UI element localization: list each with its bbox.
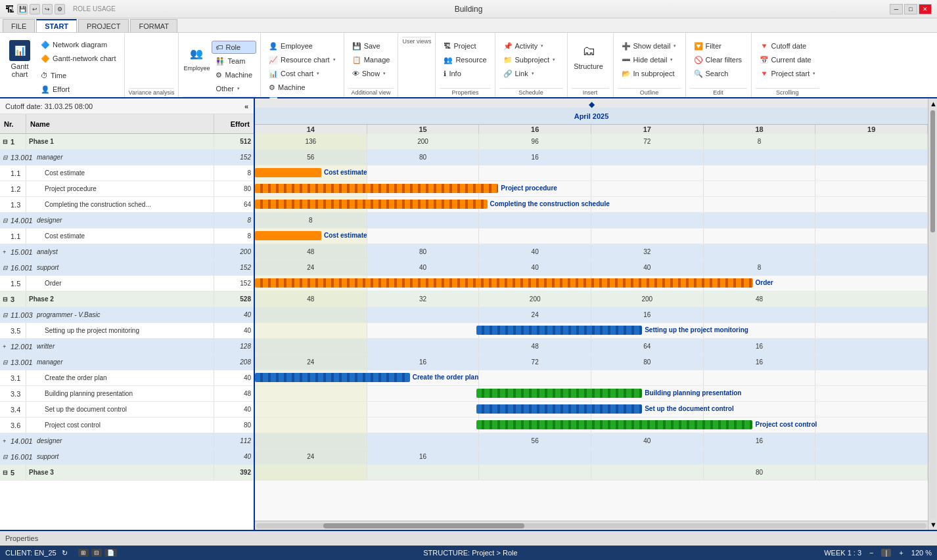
structure-button[interactable]: 🗂 Structure: [572, 37, 606, 84]
project-start-button[interactable]: 🔻 Project start ▾: [756, 67, 820, 80]
link-button[interactable]: 🔗 Link ▾: [499, 67, 560, 80]
task-row[interactable]: 1.1Cost estimate8: [0, 228, 254, 244]
vertical-scrollbar[interactable]: ▲ ▼: [928, 98, 937, 530]
task-row[interactable]: ⊟5Phase 3392: [0, 465, 254, 481]
task-row[interactable]: ⊟3Phase 2528: [0, 291, 254, 307]
scroll-track[interactable]: [256, 523, 926, 528]
resource-chart-button[interactable]: 📈 Resource chart ▾: [265, 53, 340, 66]
task-row[interactable]: ⊟16.001support40: [0, 449, 254, 465]
machine-button[interactable]: ⚙ Machine: [212, 68, 256, 81]
machine-cap-button[interactable]: ⚙ Machine: [265, 81, 340, 94]
gantt-bar-container[interactable]: Project procedure: [255, 184, 498, 194]
gantt-bar-container[interactable]: Create the order plan: [255, 373, 410, 383]
collapse-button[interactable]: «: [244, 102, 248, 110]
scroll-track-v[interactable]: [930, 110, 936, 518]
task-row[interactable]: ⊟14.001designer8: [0, 213, 254, 228]
gantt-bar-container[interactable]: Building planning presentation: [476, 389, 643, 398]
task-row[interactable]: 1.1Cost estimate8: [0, 165, 254, 181]
task-row[interactable]: ⊟16.001support152: [0, 260, 254, 276]
role-button[interactable]: 🏷 Role: [212, 41, 256, 54]
gantt-chart-button[interactable]: 📊 Ganttchart: [4, 37, 35, 84]
expand-icon[interactable]: ⊟: [3, 454, 11, 460]
gantt-bar-container[interactable]: Setting up the project monitoring: [476, 326, 643, 335]
expand-icon[interactable]: ⊟: [3, 296, 11, 303]
task-row[interactable]: 3.6Project cost control80: [0, 418, 254, 433]
task-row[interactable]: ⊟13.001manager208: [0, 355, 254, 370]
task-row[interactable]: ⊟1Phase 1512: [0, 134, 254, 150]
search-button[interactable]: 🔍 Search: [690, 67, 746, 80]
scroll-down-btn[interactable]: ▼: [928, 519, 937, 530]
expand-icon[interactable]: ⊟: [3, 265, 11, 271]
scroll-up-btn[interactable]: ▲: [928, 98, 937, 109]
show-view-button[interactable]: 👁 Show ▾: [348, 67, 394, 80]
tab-project[interactable]: PROJECT: [78, 19, 129, 32]
task-row[interactable]: ⊟13.001manager152: [0, 150, 254, 165]
save-view-button[interactable]: 💾 Save: [348, 39, 394, 53]
gantt-bar-container[interactable]: Order: [255, 278, 753, 288]
clear-filters-button[interactable]: 🚫 Clear filters: [690, 53, 746, 66]
close-btn[interactable]: ✕: [919, 4, 932, 14]
tab-format[interactable]: FORMAT: [130, 19, 177, 32]
redo-icon[interactable]: ↪: [42, 4, 53, 14]
show-detail-button[interactable]: ➕ Show detail ▾: [618, 39, 681, 53]
expand-icon[interactable]: +: [3, 343, 11, 350]
scroll-thumb[interactable]: [323, 523, 524, 528]
expand-icon[interactable]: +: [3, 249, 11, 255]
tab-file[interactable]: FILE: [3, 19, 35, 32]
expand-icon[interactable]: ⊟: [3, 359, 11, 366]
cutoff-date-button[interactable]: 🔻 Cutoff date: [756, 39, 820, 53]
task-row[interactable]: 1.5Order152: [0, 276, 254, 291]
minimize-btn[interactable]: ─: [890, 4, 903, 14]
gantt-bar-container[interactable]: Project cost control: [476, 420, 753, 430]
current-date-button[interactable]: 📅 Current date: [756, 53, 820, 66]
resource-prop-button[interactable]: 👥 Resource: [440, 53, 490, 66]
task-row[interactable]: 3.1Create the order plan40: [0, 370, 254, 386]
task-row[interactable]: ⊟11.003programmer - V.Basic40: [0, 307, 254, 323]
zoom-plus[interactable]: +: [899, 549, 903, 557]
network-diagram-button[interactable]: 🔷 Network diagram: [37, 38, 120, 51]
time-button[interactable]: ⏱ Time: [37, 69, 120, 82]
expand-icon[interactable]: ⊟: [3, 312, 11, 318]
filter-button[interactable]: 🔽 Filter: [690, 39, 746, 53]
gantt-bar-container[interactable]: Cost estimate: [255, 231, 321, 241]
task-row[interactable]: 1.2Project procedure80: [0, 181, 254, 197]
task-row[interactable]: +15.001analyst200: [0, 244, 254, 260]
gantt-bar-container[interactable]: Completing the construction schedule: [255, 200, 488, 209]
expand-icon[interactable]: ⊟: [3, 139, 11, 145]
other-button[interactable]: Other ▾: [212, 82, 256, 95]
gantt-scroll-area[interactable]: 13620096728568016Cost estimateProject pr…: [255, 134, 928, 521]
hide-detail-button[interactable]: ➖ Hide detail ▾: [618, 53, 681, 66]
manage-view-button[interactable]: 📋 Manage: [348, 53, 394, 66]
cost-chart-button[interactable]: 📊 Cost chart ▾: [265, 67, 340, 80]
subproject-button[interactable]: 📁 Subproject ▾: [499, 53, 560, 66]
tab-start[interactable]: START: [36, 19, 77, 32]
scroll-thumb-v[interactable]: [930, 110, 935, 232]
refresh-icon[interactable]: ↻: [62, 549, 68, 557]
horizontal-scrollbar[interactable]: [255, 521, 928, 530]
team-button[interactable]: 👫 Team: [212, 54, 256, 68]
task-row[interactable]: 1.3Completing the construction sched...6…: [0, 197, 254, 213]
expand-icon[interactable]: ⊟: [3, 154, 11, 161]
effort-button[interactable]: 👤 Effort: [37, 83, 120, 96]
activity-sched-button[interactable]: 📌 Activity ▾: [499, 39, 560, 53]
info-button[interactable]: ℹ Info: [440, 67, 490, 80]
task-row[interactable]: 3.3Building planning presentation48: [0, 386, 254, 402]
employee-button[interactable]: 👥 Employee: [183, 39, 210, 87]
task-row[interactable]: 3.4Set up the document control40: [0, 402, 254, 418]
save-quick-icon[interactable]: 💾: [17, 4, 28, 14]
in-subproject-button[interactable]: 📂 In subproject: [618, 67, 681, 80]
zoom-minus[interactable]: −: [869, 549, 873, 557]
expand-icon[interactable]: ⊟: [3, 469, 11, 476]
employee-cap-button[interactable]: 👤 Employee: [265, 39, 340, 53]
task-row[interactable]: +12.001writter128: [0, 339, 254, 355]
expand-icon[interactable]: +: [3, 438, 11, 444]
gantt-bar-container[interactable]: Cost estimate: [255, 168, 321, 178]
expand-icon[interactable]: ⊟: [3, 217, 11, 224]
project-prop-button[interactable]: 🏗 Project: [440, 39, 490, 53]
settings-icon[interactable]: ⚙: [55, 4, 65, 14]
task-row[interactable]: 3.5Setting up the project monitoring40: [0, 323, 254, 339]
undo-icon[interactable]: ↩: [30, 4, 40, 14]
maximize-btn[interactable]: □: [904, 4, 917, 14]
task-row[interactable]: +14.001designer112: [0, 433, 254, 449]
gantt-network-button[interactable]: 🔶 Gantt-network chart: [37, 52, 120, 65]
